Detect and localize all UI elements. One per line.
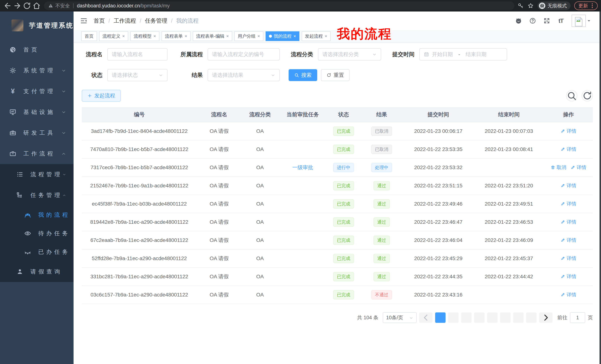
page-size-select[interactable]: 10条/页 [383, 312, 417, 323]
tab[interactable]: 流程表单-编辑 × [193, 31, 232, 41]
tab[interactable]: 首页 [81, 31, 97, 41]
breadcrumb-item[interactable]: 工作流程 [114, 17, 136, 25]
pen-icon [561, 238, 565, 242]
sidebar-item-label: 我的流程 [38, 211, 70, 219]
prev-page-button[interactable] [419, 312, 432, 323]
bookmark-star-icon[interactable] [527, 3, 534, 9]
create-process-button[interactable]: 发起流程 [82, 90, 121, 102]
sidebar-item[interactable]: 研发工具 [0, 123, 74, 143]
tab-close-icon[interactable]: × [122, 34, 125, 38]
tab[interactable]: 流程模型 × [130, 31, 159, 41]
page-number-button[interactable] [461, 312, 471, 323]
detail-link[interactable]: 详情 [561, 182, 576, 189]
sidebar-item-icon [24, 249, 31, 256]
tab-close-icon[interactable]: × [325, 34, 327, 38]
detail-link[interactable]: 详情 [561, 255, 576, 262]
detail-link[interactable]: 详情 [561, 146, 576, 153]
sidebar-item[interactable]: 已办任务 [0, 243, 74, 261]
table-row: 2152467e-7b9b-11ec-9a1b-acde48001122 OA … [82, 177, 593, 195]
search-button[interactable]: 搜索 [289, 69, 317, 81]
url-host: dashboard.yudao.iocoder.cn [77, 3, 140, 9]
navbar-icon[interactable] [501, 18, 508, 24]
sidebar-item[interactable]: 我的流程 [0, 206, 74, 224]
address-bar[interactable]: 不安全 dashboard.yudao.iocoder.cn /bpm/task… [44, 1, 514, 10]
sidebar-item[interactable]: 请假查询 [0, 261, 74, 282]
browser-menu-icon[interactable] [589, 3, 595, 9]
password-key-icon[interactable] [517, 3, 524, 9]
sidebar-item[interactable]: 系统管理 [0, 60, 74, 81]
browser-nav-icon[interactable] [3, 1, 12, 10]
page-number-button[interactable] [474, 312, 485, 323]
current-task-link[interactable]: 一级审批 [292, 164, 313, 170]
show-search-button[interactable] [566, 90, 577, 101]
sidebar-item[interactable]: 工作流程 [0, 143, 74, 164]
page-number-button[interactable] [435, 312, 446, 323]
status-select[interactable]: 请选择状态 [107, 69, 168, 81]
tab-close-icon[interactable]: × [226, 34, 229, 38]
sidebar-item[interactable]: 任务管理 [0, 185, 74, 206]
browser-update-button[interactable]: 更新 [574, 1, 598, 10]
tab-close-icon[interactable]: × [153, 34, 156, 38]
navbar-icon[interactable]: tT [558, 18, 564, 24]
detail-link[interactable]: 详情 [561, 237, 576, 243]
refresh-table-button[interactable] [582, 90, 593, 101]
tab-close-icon[interactable]: × [293, 34, 296, 38]
browser-nav-icon[interactable] [32, 1, 41, 10]
sidebar-item[interactable]: 待办任务 [0, 224, 74, 243]
tab-close-icon[interactable]: × [185, 34, 187, 38]
chevron-icon [62, 172, 66, 177]
cancel-link[interactable]: 取消 [551, 164, 566, 171]
page-number-button[interactable] [487, 312, 498, 323]
cell-category: OA [241, 249, 279, 268]
tab[interactable]: 用户分组 × [234, 31, 263, 41]
detail-link[interactable]: 详情 [561, 201, 576, 207]
process-definition-input[interactable]: 请输入流程定义的编号 [208, 48, 280, 60]
breadcrumb-item[interactable]: 首页 [94, 17, 105, 25]
sidebar-item[interactable]: 流程管理 [0, 164, 74, 185]
breadcrumb-item[interactable]: 任务管理 [145, 17, 167, 25]
detail-link[interactable]: 详情 [561, 291, 576, 298]
browser-nav-icon[interactable] [23, 1, 31, 10]
page-number-button[interactable] [500, 312, 511, 323]
tab[interactable]: 我的流程 × [266, 31, 299, 41]
cell-submit-time: 2022-01-22 23:51:15 [403, 177, 474, 195]
incognito-icon [539, 3, 545, 9]
goto-page-input[interactable]: 1 [570, 312, 585, 323]
detail-link[interactable]: 详情 [561, 273, 576, 280]
chevron-icon [62, 193, 66, 198]
next-page-button[interactable] [539, 312, 552, 323]
sidebar-item[interactable]: ¥ 支付管理 [0, 81, 74, 102]
navbar-icon[interactable] [543, 18, 550, 24]
detail-link[interactable]: 详情 [571, 164, 586, 171]
page-number-button[interactable] [448, 312, 459, 323]
sidebar-collapse-icon[interactable] [80, 17, 88, 25]
submit-time-range-picker[interactable]: 开始日期 - 结束日期 [419, 48, 507, 60]
sidebar-item-label: 首页 [23, 46, 61, 54]
category-select[interactable]: 请选择流程分类 [318, 48, 381, 60]
sidebar-logo-row[interactable]: 芋道管理系统 [0, 11, 74, 39]
navbar-icon[interactable] [529, 18, 536, 24]
page-number-button[interactable] [513, 312, 523, 323]
sidebar-item[interactable]: 首页 [0, 39, 74, 60]
detail-link[interactable]: 详情 [561, 128, 576, 134]
tab[interactable]: 流程表单 × [161, 31, 190, 41]
page-number-button[interactable] [526, 312, 537, 323]
result-select[interactable]: 请选择流结果 [208, 69, 280, 81]
security-warning-icon[interactable] [48, 3, 53, 8]
browser-nav-icon[interactable] [13, 1, 21, 10]
sidebar-item-icon [9, 129, 16, 136]
tab-close-icon[interactable]: × [257, 34, 260, 38]
avatar-caret-icon[interactable] [587, 18, 591, 23]
sidebar-item[interactable]: 基础设施 [0, 102, 74, 123]
status-badge: 已完成 [333, 181, 354, 190]
cell-submit-time: 2022-01-22 23:49:46 [403, 195, 474, 213]
window-scrollbar[interactable] [600, 11, 601, 364]
avatar[interactable] [572, 15, 586, 27]
tab[interactable]: 流程定义 × [99, 31, 128, 41]
sidebar-item-icon [9, 150, 16, 157]
navbar-icon[interactable] [515, 18, 522, 24]
tab[interactable]: 发起流程 × [302, 31, 331, 41]
process-name-input[interactable]: 请输入流程名 [107, 48, 168, 60]
detail-link[interactable]: 详情 [561, 219, 576, 225]
reset-button[interactable]: 重置 [321, 69, 350, 81]
